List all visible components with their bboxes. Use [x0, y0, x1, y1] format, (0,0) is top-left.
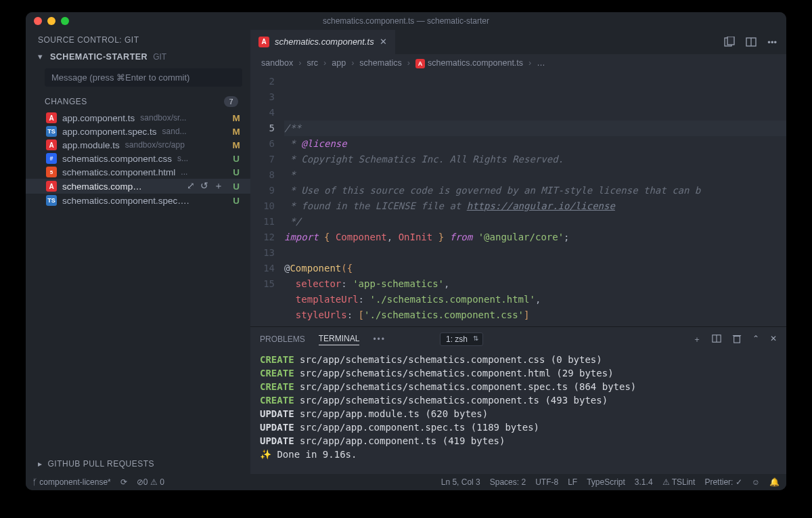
tab-actions: ••• — [724, 30, 786, 54]
code-content[interactable]: /** * @license * Copyright Schematics In… — [284, 72, 786, 326]
tab-label: schematics.component.ts — [275, 37, 374, 47]
breadcrumb-segment[interactable]: … — [537, 58, 545, 68]
commit-placeholder: Message (press ⌘Enter to commit) — [51, 72, 189, 83]
open-file-icon[interactable]: ⤢ — [187, 180, 195, 192]
split-terminal-icon[interactable] — [712, 334, 721, 345]
git-branch-icon: ᚶ — [32, 477, 37, 487]
chevron-down-icon: ▾ — [38, 51, 45, 62]
file-path: sand... — [162, 127, 187, 136]
panel-tabs: PROBLEMS TERMINAL ••• 1: zsh ＋ ⌃ ✕ — [250, 327, 786, 350]
change-item[interactable]: #schematics.component.csss...U — [26, 152, 250, 165]
split-editor-icon[interactable] — [746, 37, 757, 47]
changes-list: Aapp.component.tssandbox/sr...MTSapp.com… — [26, 111, 250, 207]
file-name: app.component.spec.ts — [62, 127, 157, 137]
change-item[interactable]: Aapp.module.tssandbox/src/appM — [26, 138, 250, 152]
file-status: M — [231, 127, 241, 137]
change-item[interactable]: 5schematics.component.html...U — [26, 165, 250, 179]
terminal-output[interactable]: CREATE src/app/schematics/schematics.com… — [250, 350, 786, 474]
close-panel-icon[interactable]: ✕ — [770, 334, 777, 345]
status-language[interactable]: TypeScript — [587, 477, 625, 487]
file-status: U — [231, 167, 241, 177]
status-bell-icon[interactable]: 🔔 — [769, 477, 780, 487]
change-item[interactable]: Aschematics.comp…⤢↺＋U — [26, 179, 250, 194]
file-name: app.component.ts — [62, 113, 135, 123]
repo-vcs: GIT — [153, 52, 166, 62]
titlebar[interactable]: schematics.component.ts — schematic-star… — [26, 12, 786, 30]
new-terminal-icon[interactable]: ＋ — [693, 334, 701, 345]
file-status: M — [231, 113, 241, 123]
more-actions-icon[interactable]: ••• — [767, 37, 777, 47]
changes-label: CHANGES — [45, 97, 87, 106]
status-ts-version[interactable]: 3.1.4 — [635, 477, 653, 487]
panel-more-icon[interactable]: ••• — [373, 334, 386, 344]
bottom-panel: PROBLEMS TERMINAL ••• 1: zsh ＋ ⌃ ✕ — [250, 326, 786, 474]
ang-icon: A — [46, 112, 57, 123]
change-item[interactable]: TSapp.component.spec.tssand...M — [26, 125, 250, 138]
close-tab-icon[interactable]: ✕ — [380, 37, 387, 47]
status-branch[interactable]: ᚶ component-license* — [32, 477, 111, 487]
warning-icon: ⚠ — [662, 477, 672, 487]
changes-header[interactable]: CHANGES 7 — [26, 92, 250, 111]
status-sync-icon[interactable]: ⟳ — [120, 477, 127, 487]
chevron-right-icon: ▸ — [38, 459, 43, 469]
breadcrumb-segment[interactable]: Aschematics.component.ts — [415, 58, 523, 68]
zoom-window-button[interactable] — [61, 17, 69, 25]
repo-name: SCHEMATIC-STARTER — [50, 52, 148, 62]
changes-count: 7 — [224, 96, 238, 107]
commit-message-input[interactable]: Message (press ⌘Enter to commit) — [45, 68, 242, 87]
file-path: sandbox/src/app — [125, 140, 185, 150]
change-item[interactable]: Aapp.component.tssandbox/sr...M — [26, 111, 250, 125]
status-tslint[interactable]: ⚠ TSLint — [662, 477, 696, 487]
line-gutter: 23456789101112131415 — [250, 72, 284, 326]
status-lncol[interactable]: Ln 5, Col 3 — [441, 477, 480, 487]
breadcrumb-segment[interactable]: schematics — [359, 58, 402, 68]
chevron-right-icon: › — [407, 58, 410, 68]
status-spaces[interactable]: Spaces: 2 — [490, 477, 526, 487]
html-icon: 5 — [46, 167, 57, 177]
file-name: schematics.component.css — [62, 154, 172, 164]
stage-change-icon[interactable]: ＋ — [214, 180, 223, 192]
error-icon: ⊘ — [137, 477, 143, 487]
kill-terminal-icon[interactable] — [732, 334, 742, 345]
status-encoding[interactable]: UTF-8 — [535, 477, 558, 487]
css-icon: # — [46, 153, 57, 164]
tab-bar: A schematics.component.ts ✕ ••• — [250, 30, 786, 54]
file-name: schematics.component.spec…. — [62, 196, 189, 206]
breadcrumb-segment[interactable]: app — [332, 58, 346, 68]
github-pr-label: GITHUB PULL REQUESTS — [48, 459, 155, 469]
ang-icon: A — [46, 181, 57, 192]
code-editor[interactable]: 23456789101112131415 /** * @license * Co… — [250, 72, 786, 326]
change-item[interactable]: TSschematics.component.spec….U — [26, 194, 250, 207]
file-name: schematics.comp… — [62, 181, 142, 192]
file-path: s... — [177, 154, 188, 163]
panel-tab-problems[interactable]: PROBLEMS — [260, 334, 305, 344]
maximize-panel-icon[interactable]: ⌃ — [752, 334, 759, 345]
window-controls — [26, 17, 69, 25]
status-bar: ᚶ component-license* ⟳ ⊘0 ⚠ 0 Ln 5, Col … — [26, 474, 786, 490]
status-eol[interactable]: LF — [568, 477, 577, 487]
close-window-button[interactable] — [34, 17, 42, 25]
github-pr-header[interactable]: ▸ GITHUB PULL REQUESTS — [26, 454, 250, 474]
discard-changes-icon[interactable]: ↺ — [200, 180, 208, 192]
file-status: U — [231, 181, 241, 192]
status-prettier[interactable]: Prettier: ✓ — [704, 477, 742, 487]
minimize-window-button[interactable] — [47, 17, 55, 25]
status-problems[interactable]: ⊘0 ⚠ 0 — [137, 477, 164, 487]
sidebar: SOURCE CONTROL: GIT ▾ SCHEMATIC-STARTER … — [26, 30, 250, 474]
open-changes-icon[interactable] — [724, 37, 735, 47]
breadcrumb-segment[interactable]: src — [307, 58, 318, 68]
svg-rect-6 — [734, 336, 740, 343]
terminal-selector[interactable]: 1: zsh — [440, 332, 483, 346]
panel-tab-terminal[interactable]: TERMINAL — [319, 334, 360, 345]
warning-icon: ⚠ — [150, 477, 160, 487]
scm-panel-title: SOURCE CONTROL: GIT — [26, 30, 250, 49]
repo-header[interactable]: ▾ SCHEMATIC-STARTER GIT — [26, 49, 250, 64]
chevron-right-icon: › — [528, 58, 531, 68]
ts-icon: TS — [46, 126, 57, 137]
breadcrumb[interactable]: sandbox›src›app›schematics›Aschematics.c… — [250, 54, 786, 72]
vscode-window: schematics.component.ts — schematic-star… — [26, 12, 786, 490]
status-feedback-icon[interactable]: ☺ — [752, 477, 760, 487]
file-status: U — [231, 196, 241, 206]
tab-file[interactable]: A schematics.component.ts ✕ — [250, 30, 395, 54]
breadcrumb-segment[interactable]: sandbox — [261, 58, 293, 68]
